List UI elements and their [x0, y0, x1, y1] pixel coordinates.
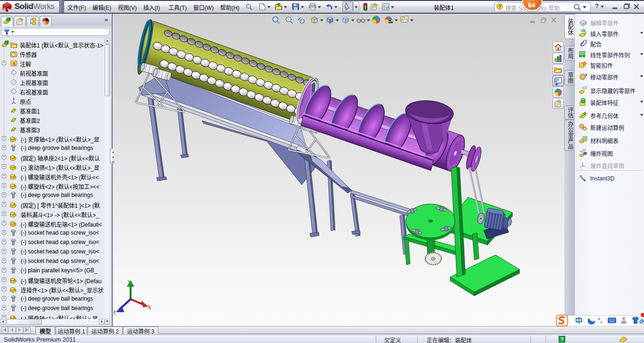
svg-text:S: S — [3, 7, 6, 12]
svg-text:?: ? — [498, 4, 501, 9]
svg-text:W: W — [8, 8, 12, 12]
svg-text:X: X — [147, 303, 152, 310]
svg-text:Y: Y — [127, 278, 132, 286]
svg-text:Z: Z — [114, 309, 116, 316]
svg-text:A: A — [12, 61, 16, 66]
